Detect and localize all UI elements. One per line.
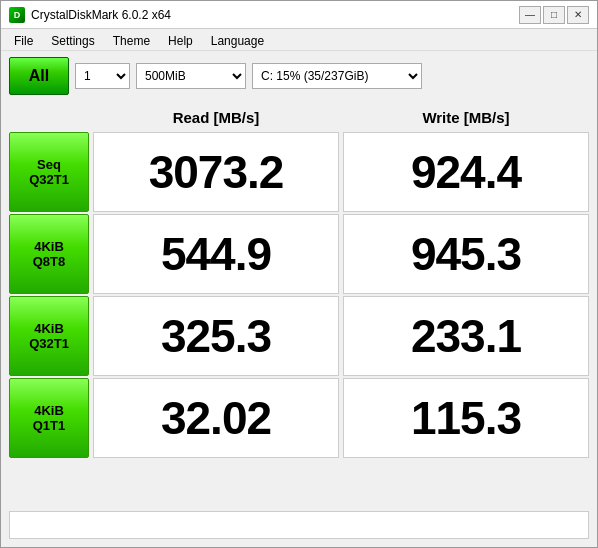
read-value-4kib-q1t1: 32.02 [93,378,339,458]
minimize-button[interactable]: — [519,6,541,24]
write-value-4kib-q1t1: 115.3 [343,378,589,458]
read-value-4kib-q32t1: 325.3 [93,296,339,376]
row-label-line2: Q32T1 [29,172,69,187]
menu-help[interactable]: Help [159,31,202,48]
write-number: 945.3 [411,231,521,277]
table-row: 4KiB Q1T1 32.02 115.3 [9,378,589,458]
row-label-line1: 4KiB [34,403,64,418]
title-bar-left: D CrystalDiskMark 6.0.2 x64 [9,7,171,23]
window-title: CrystalDiskMark 6.0.2 x64 [31,8,171,22]
row-label-4kib-q1t1: 4KiB Q1T1 [9,378,89,458]
queue-select[interactable]: 1 2 4 8 [75,63,130,89]
row-label-line2: Q32T1 [29,336,69,351]
size-select[interactable]: 500MiB 1GiB 2GiB 4GiB [136,63,246,89]
read-number: 3073.2 [149,149,284,195]
row-label-4kib-q32t1: 4KiB Q32T1 [9,296,89,376]
menu-bar: File Settings Theme Help Language [1,29,597,51]
header-write: Write [MB/s] [343,109,589,126]
write-value-4kib-q32t1: 233.1 [343,296,589,376]
row-label-line1: Seq [37,157,61,172]
toolbar: All 1 2 4 8 500MiB 1GiB 2GiB 4GiB C: 15%… [1,51,597,101]
column-headers: Read [MB/s] Write [MB/s] [9,105,589,130]
row-label-line2: Q8T8 [33,254,66,269]
table-row: Seq Q32T1 3073.2 924.4 [9,132,589,212]
row-label-4kib-q8t8: 4KiB Q8T8 [9,214,89,294]
read-value-seq-q32t1: 3073.2 [93,132,339,212]
write-number: 924.4 [411,149,521,195]
status-bar [9,511,589,539]
row-label-seq-q32t1: Seq Q32T1 [9,132,89,212]
menu-settings[interactable]: Settings [42,31,103,48]
app-window: D CrystalDiskMark 6.0.2 x64 — □ ✕ File S… [0,0,598,548]
drive-select[interactable]: C: 15% (35/237GiB) [252,63,422,89]
close-button[interactable]: ✕ [567,6,589,24]
title-bar: D CrystalDiskMark 6.0.2 x64 — □ ✕ [1,1,597,29]
window-controls: — □ ✕ [519,6,589,24]
maximize-button[interactable]: □ [543,6,565,24]
write-value-4kib-q8t8: 945.3 [343,214,589,294]
write-number: 115.3 [411,395,521,441]
table-row: 4KiB Q8T8 544.9 945.3 [9,214,589,294]
row-label-line2: Q1T1 [33,418,66,433]
menu-language[interactable]: Language [202,31,273,48]
app-icon: D [9,7,25,23]
write-value-seq-q32t1: 924.4 [343,132,589,212]
header-label-col [9,109,89,126]
row-label-line1: 4KiB [34,239,64,254]
read-number: 32.02 [161,395,271,441]
menu-file[interactable]: File [5,31,42,48]
read-number: 544.9 [161,231,271,277]
menu-theme[interactable]: Theme [104,31,159,48]
read-value-4kib-q8t8: 544.9 [93,214,339,294]
main-content: Read [MB/s] Write [MB/s] Seq Q32T1 3073.… [1,101,597,511]
write-number: 233.1 [411,313,521,359]
read-number: 325.3 [161,313,271,359]
header-read: Read [MB/s] [93,109,339,126]
all-button[interactable]: All [9,57,69,95]
row-label-line1: 4KiB [34,321,64,336]
table-row: 4KiB Q32T1 325.3 233.1 [9,296,589,376]
